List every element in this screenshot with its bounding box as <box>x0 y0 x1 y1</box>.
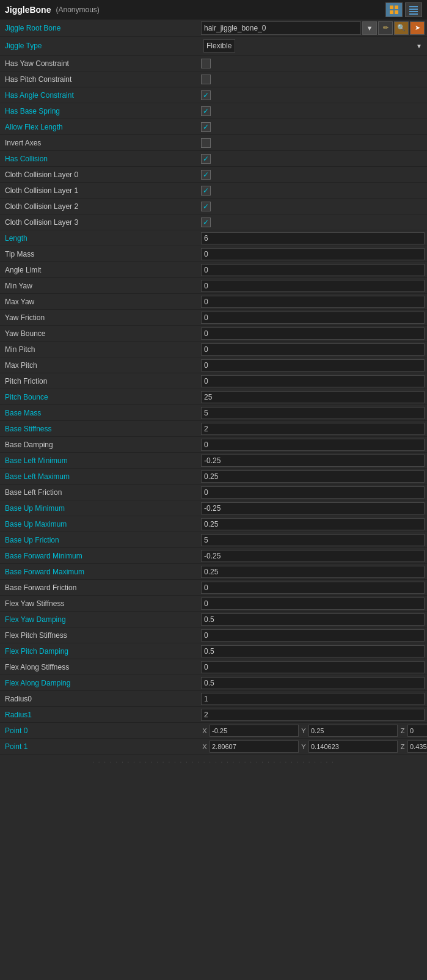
numeric-input-12[interactable] <box>201 423 425 435</box>
numeric-row-14: Base Left Minimum <box>0 453 427 469</box>
numeric-value-cell-30 <box>199 708 427 722</box>
numeric-label-16: Base Left Friction <box>0 486 199 499</box>
bone-dropdown-btn[interactable]: ▼ <box>362 21 377 35</box>
numeric-input-14[interactable] <box>201 455 425 467</box>
point-0-y-label: Y <box>300 727 307 734</box>
numeric-row-7: Min Pitch <box>0 342 427 357</box>
checkbox-row-5: Invert Axes <box>0 135 427 151</box>
checkbox-label-1: Has Pitch Constraint <box>0 73 199 86</box>
title-bar: JiggleBone (Anonymous) <box>0 0 427 20</box>
checkbox-row-2: Has Angle Constraint✓ <box>0 87 427 103</box>
point-1-x-input[interactable] <box>210 740 299 753</box>
numeric-input-26[interactable] <box>201 645 425 657</box>
checkbox-8[interactable]: ✓ <box>201 186 211 196</box>
numeric-row-21: Base Forward Maximum <box>0 564 427 580</box>
checkbox-9[interactable]: ✓ <box>201 202 211 211</box>
numeric-input-0[interactable] <box>201 232 425 244</box>
numeric-input-13[interactable] <box>201 439 425 451</box>
numeric-row-26: Flex Pitch Damping <box>0 643 427 659</box>
numeric-input-4[interactable] <box>201 296 425 308</box>
numeric-input-18[interactable] <box>201 518 425 530</box>
point-0-y-input[interactable] <box>308 725 398 737</box>
point-0-x-label: X <box>201 727 208 734</box>
svg-rect-1 <box>395 5 398 9</box>
numeric-row-0: Length <box>0 230 427 246</box>
numeric-input-30[interactable] <box>201 709 425 721</box>
numeric-value-cell-9 <box>199 374 427 389</box>
numeric-value-cell-28 <box>199 676 427 690</box>
svg-rect-0 <box>390 5 393 9</box>
numeric-row-28: Flex Along Damping <box>0 675 427 691</box>
numeric-value-cell-13 <box>199 437 427 452</box>
numeric-value-cell-2 <box>199 263 427 277</box>
numeric-input-28[interactable] <box>201 677 425 689</box>
checkbox-2[interactable]: ✓ <box>201 90 211 100</box>
numeric-input-27[interactable] <box>201 661 425 673</box>
numeric-input-17[interactable] <box>201 502 425 514</box>
numeric-input-20[interactable] <box>201 550 425 562</box>
list-view-btn[interactable] <box>405 2 422 17</box>
checkbox-label-6: Has Collision <box>0 153 199 165</box>
numeric-label-14: Base Left Minimum <box>0 455 199 467</box>
jiggle-root-bone-row: Jiggle Root Bone ▼ ✏ 🔍 ➤ <box>0 20 427 37</box>
point-1-z-input[interactable] <box>407 740 427 753</box>
numeric-input-1[interactable] <box>201 248 425 260</box>
numeric-input-11[interactable] <box>201 407 425 419</box>
numeric-value-cell-27 <box>199 660 427 675</box>
numeric-row-15: Base Left Maximum <box>0 469 427 485</box>
checkbox-5[interactable] <box>201 138 211 148</box>
numeric-input-6[interactable] <box>201 327 425 340</box>
numeric-label-8: Max Pitch <box>0 359 199 371</box>
numeric-value-cell-11 <box>199 406 427 420</box>
point-1-coords: X Y Z <box>199 739 427 754</box>
numeric-input-5[interactable] <box>201 312 425 324</box>
numeric-value-cell-7 <box>199 342 427 357</box>
numeric-input-29[interactable] <box>201 693 425 705</box>
jiggle-root-bone-input[interactable] <box>201 21 361 35</box>
checkbox-4[interactable]: ✓ <box>201 122 211 132</box>
numeric-input-22[interactable] <box>201 582 425 594</box>
numeric-row-9: Pitch Friction <box>0 373 427 389</box>
checkbox-6[interactable]: ✓ <box>201 154 211 164</box>
checkbox-row-1: Has Pitch Constraint <box>0 71 427 87</box>
numeric-row-5: Yaw Friction <box>0 310 427 326</box>
numeric-input-3[interactable] <box>201 280 425 292</box>
numeric-input-21[interactable] <box>201 566 425 578</box>
numeric-value-cell-24 <box>199 612 427 627</box>
checkbox-1[interactable] <box>201 75 211 84</box>
svg-rect-3 <box>395 10 398 14</box>
jiggle-type-row: Jiggle Type Flexible Rigid Boing ▼ <box>0 37 427 56</box>
numeric-value-cell-19 <box>199 533 427 547</box>
numeric-input-2[interactable] <box>201 264 425 276</box>
grid-view-btn[interactable] <box>385 2 403 17</box>
point-0-x-input[interactable] <box>210 725 299 737</box>
checkbox-label-10: Cloth Collision Layer 3 <box>0 216 199 229</box>
numeric-input-9[interactable] <box>201 375 425 387</box>
numeric-input-25[interactable] <box>201 629 425 642</box>
bone-eyedrop-btn[interactable]: ✏ <box>378 21 393 35</box>
numeric-input-10[interactable] <box>201 391 425 403</box>
point-0-z-input[interactable] <box>407 725 427 737</box>
bone-arrow-btn[interactable]: ➤ <box>410 21 425 35</box>
point-1-x-label: X <box>201 743 208 750</box>
numeric-row-25: Flex Pitch Stiffness <box>0 627 427 643</box>
point-1-y-label: Y <box>300 743 307 750</box>
checkbox-0[interactable] <box>201 59 211 68</box>
checkbox-3[interactable]: ✓ <box>201 106 211 116</box>
numeric-input-19[interactable] <box>201 534 425 546</box>
checkbox-7[interactable]: ✓ <box>201 170 211 180</box>
numeric-label-9: Pitch Friction <box>0 375 199 387</box>
point-1-y-input[interactable] <box>308 740 398 753</box>
numeric-input-24[interactable] <box>201 613 425 626</box>
numeric-input-16[interactable] <box>201 486 425 499</box>
jiggle-type-select[interactable]: Flexible Rigid Boing <box>203 39 235 53</box>
checkbox-cell-9: ✓ <box>199 200 427 213</box>
checkbox-10[interactable]: ✓ <box>201 218 211 227</box>
numeric-input-8[interactable] <box>201 359 425 371</box>
numeric-input-7[interactable] <box>201 343 425 356</box>
numeric-input-23[interactable] <box>201 598 425 610</box>
numeric-label-21: Base Forward Maximum <box>0 566 199 578</box>
numeric-input-15[interactable] <box>201 470 425 483</box>
bone-search-btn[interactable]: 🔍 <box>394 21 409 35</box>
point-0-label: Point 0 <box>0 725 199 737</box>
